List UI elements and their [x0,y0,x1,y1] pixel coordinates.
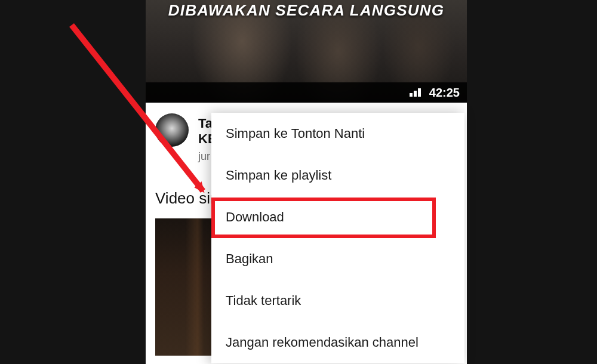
signal-bars-icon [410,88,421,97]
context-menu: Simpan ke Tonton Nanti Simpan ke playlis… [211,113,464,363]
video-overlay-bar: 42:25 [146,82,467,103]
menu-item-share[interactable]: Bagikan [211,238,464,280]
menu-item-dont-recommend[interactable]: Jangan rekomendasikan channel [211,322,464,363]
menu-item-watch-later[interactable]: Simpan ke Tonton Nanti [211,113,464,155]
video-caption-text: DIBAWAKAN SECARA LANGSUNG [146,1,467,20]
video-duration: 42:25 [429,86,460,100]
channel-avatar[interactable] [155,113,189,147]
video-thumbnail[interactable]: DIBAWAKAN SECARA LANGSUNG 42:25 [146,0,467,103]
menu-item-download[interactable]: Download [211,196,464,238]
menu-item-save-playlist[interactable]: Simpan ke playlist [211,155,464,196]
menu-item-not-interested[interactable]: Tidak tertarik [211,280,464,322]
